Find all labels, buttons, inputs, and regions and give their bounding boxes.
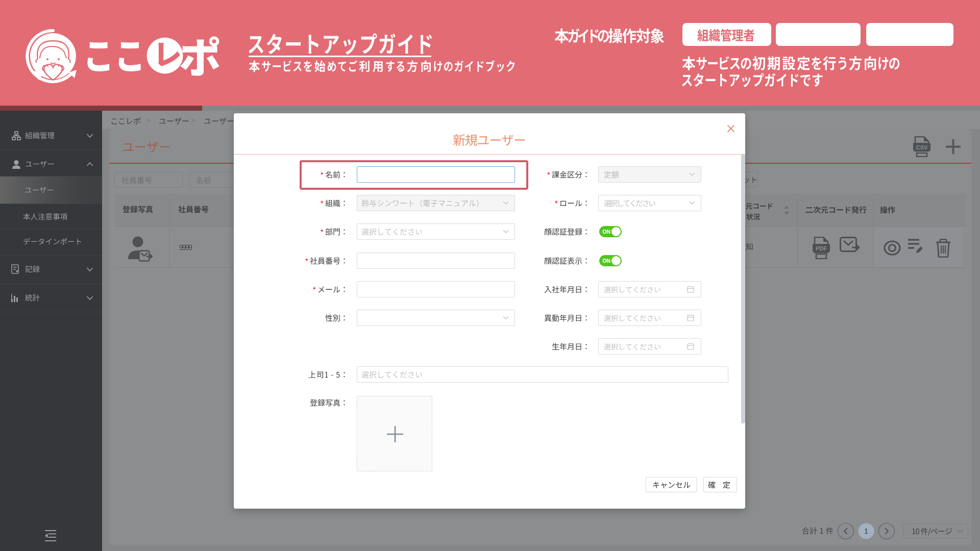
svg-text:ON: ON: [602, 229, 610, 235]
svg-text:1: 1: [864, 527, 868, 535]
svg-text:PDF: PDF: [816, 245, 827, 252]
svg-text:CSV: CSV: [916, 144, 928, 151]
svg-text:ON: ON: [602, 258, 610, 264]
